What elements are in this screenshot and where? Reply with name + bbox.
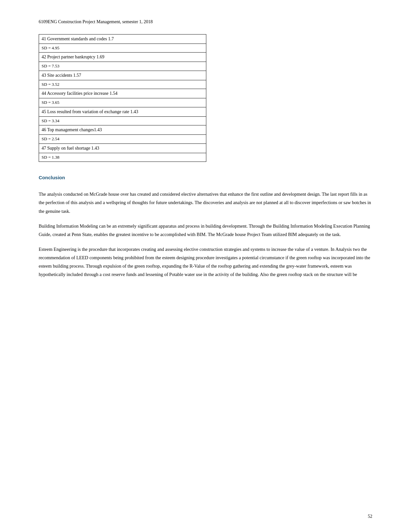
table-cell: 44 Accessory facilities price increase 1… [39, 89, 206, 98]
table-row: SD = 3.52 [39, 80, 206, 89]
table-row: 46 Top management changes1.43 [39, 125, 206, 135]
table-cell: SD = 1.38 [39, 153, 206, 162]
table-row: SD = 3.34 [39, 116, 206, 125]
table-cell: 42 Project partner bankruptcy 1.69 [39, 53, 206, 62]
data-table: 41 Government standards and codes 1.7SD … [39, 34, 206, 162]
table-row: 41 Government standards and codes 1.7 [39, 34, 206, 44]
table-row: SD = 2.54 [39, 135, 206, 144]
page-header: 6109ENG Construction Project Management,… [39, 19, 372, 25]
page-number: 52 [368, 514, 372, 519]
conclusion-title: Conclusion [39, 175, 372, 180]
conclusion-section: Conclusion The analysis conducted on McG… [39, 175, 372, 279]
paragraph-1: The analysis conducted on McGrade house … [39, 190, 372, 215]
paragraphs-container: The analysis conducted on McGrade house … [39, 190, 372, 279]
table-cell: 45 Loss resulted from variation of excha… [39, 107, 206, 116]
table-row: SD = 7.53 [39, 62, 206, 71]
table-row: SD = 4.95 [39, 44, 206, 53]
table-row: 44 Accessory facilities price increase 1… [39, 89, 206, 98]
table-cell: SD = 4.95 [39, 44, 206, 53]
header-text: 6109ENG Construction Project Management,… [39, 19, 153, 24]
page: 6109ENG Construction Project Management,… [0, 0, 411, 532]
paragraph-3: Esteem Engineering is the procedure that… [39, 245, 372, 279]
table-cell: SD = 7.53 [39, 62, 206, 71]
table-row: 45 Loss resulted from variation of excha… [39, 107, 206, 116]
table-cell: 43 Site accidents 1.57 [39, 71, 206, 80]
table-cell: SD = 3.65 [39, 98, 206, 107]
table-row: SD = 1.38 [39, 153, 206, 162]
table-row: 43 Site accidents 1.57 [39, 71, 206, 80]
table-row: 42 Project partner bankruptcy 1.69 [39, 53, 206, 62]
table-row: SD = 3.65 [39, 98, 206, 107]
paragraph-2: Building Information Modeling can be an … [39, 222, 372, 239]
table-row: 47 Supply on fuel shortage 1.43 [39, 143, 206, 153]
table-cell: 46 Top management changes1.43 [39, 125, 206, 135]
table-cell: SD = 3.34 [39, 116, 206, 125]
table-cell: SD = 2.54 [39, 135, 206, 144]
table-cell: 41 Government standards and codes 1.7 [39, 34, 206, 44]
table-cell: 47 Supply on fuel shortage 1.43 [39, 143, 206, 153]
table-cell: SD = 3.52 [39, 80, 206, 89]
risk-table: 41 Government standards and codes 1.7SD … [39, 34, 206, 162]
